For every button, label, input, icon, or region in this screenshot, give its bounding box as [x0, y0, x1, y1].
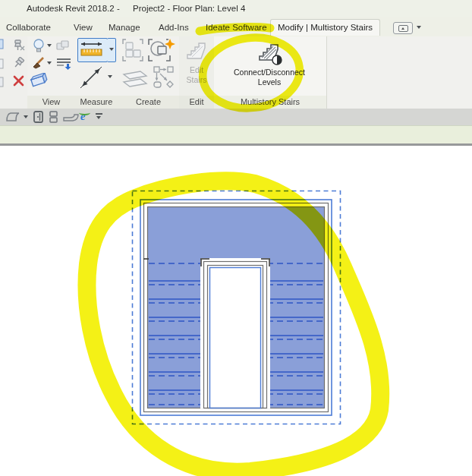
stair-well — [200, 258, 270, 408]
multistory-stair-plan[interactable] — [0, 0, 472, 476]
revit-window: Autodesk Revit 2018.2 - Project2 - Floor… — [0, 0, 472, 476]
